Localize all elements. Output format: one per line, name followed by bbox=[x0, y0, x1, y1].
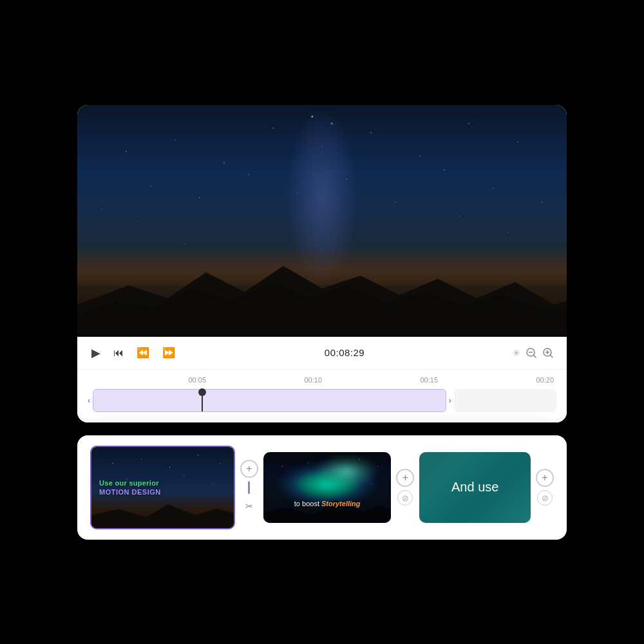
zoom-out-button[interactable] bbox=[526, 347, 537, 359]
aurora-secondary bbox=[314, 455, 379, 488]
clip-1-text-container: Use our superior MOTION DESIGN bbox=[91, 447, 234, 528]
zoom-in-button[interactable] bbox=[542, 347, 554, 359]
timeline-ruler: 00:05 00:10 00:15 00:20 bbox=[88, 376, 556, 384]
time-display: 00:08:29 bbox=[187, 347, 502, 358]
pin-icon: ✳ bbox=[513, 348, 520, 358]
mountains bbox=[77, 253, 567, 337]
clip-2-bg: to boost Storytelling bbox=[263, 452, 391, 523]
svg-line-4 bbox=[534, 355, 536, 357]
block-icon-3[interactable]: ⊘ bbox=[537, 490, 553, 506]
video-preview bbox=[77, 105, 567, 337]
clip-3[interactable]: And use bbox=[419, 452, 531, 523]
add-after-3: + ⊘ bbox=[536, 469, 554, 506]
timeline-track[interactable]: ‹ › bbox=[88, 388, 556, 413]
add-clip-button-3[interactable]: + bbox=[536, 469, 554, 487]
block-icon-2[interactable]: ⊘ bbox=[397, 490, 413, 506]
clip-1-text-1: Use our superior bbox=[99, 478, 159, 488]
video-card: ▶ ⏮ ⏪ ⏩ 00:08:29 ✳ bbox=[77, 105, 567, 422]
play-button[interactable]: ▶ bbox=[90, 345, 102, 361]
fast-forward-button[interactable]: ⏩ bbox=[161, 345, 176, 360]
svg-line-8 bbox=[551, 355, 553, 357]
add-between-1-2: + ✂ bbox=[240, 460, 258, 515]
clip-2-text-to-boost: to boost bbox=[294, 500, 321, 507]
app-container: ▶ ⏮ ⏪ ⏩ 00:08:29 ✳ bbox=[71, 105, 573, 540]
clip-1-text-2: MOTION DESIGN bbox=[99, 488, 161, 496]
clip-1[interactable]: Use our superior MOTION DESIGN bbox=[90, 446, 235, 529]
clip-2-text-storytelling: Storytelling bbox=[321, 500, 361, 507]
clip-3-bg: And use bbox=[419, 452, 531, 523]
ruler-mark-2: 00:10 bbox=[304, 376, 322, 384]
clip-2[interactable]: to boost Storytelling bbox=[263, 452, 391, 523]
sep-bar-1 bbox=[248, 481, 250, 494]
ruler-mark-4: 00:20 bbox=[536, 376, 554, 384]
zoom-controls: ✳ bbox=[513, 347, 554, 359]
track-clip[interactable] bbox=[93, 389, 446, 412]
clip-1-bg: Use our superior MOTION DESIGN bbox=[91, 447, 234, 528]
clip-3-text: And use bbox=[451, 480, 498, 495]
ruler-marks: 00:05 00:10 00:15 00:20 bbox=[90, 376, 554, 384]
controls-bar: ▶ ⏮ ⏪ ⏩ 00:08:29 ✳ bbox=[77, 337, 567, 370]
clip-2-text-container: to boost Storytelling bbox=[263, 497, 391, 509]
add-clip-button-2[interactable]: + bbox=[396, 469, 414, 487]
ruler-mark-3: 00:15 bbox=[420, 376, 438, 384]
track-empty bbox=[454, 389, 556, 412]
ruler-mark-1: 00:05 bbox=[188, 376, 206, 384]
track-chevron-left: ‹ bbox=[88, 395, 90, 405]
add-clip-button-1[interactable]: + bbox=[240, 460, 258, 478]
add-between-2-3: + ⊘ bbox=[396, 469, 414, 506]
playhead bbox=[202, 390, 203, 412]
timeline-container: 00:05 00:10 00:15 00:20 ‹ › bbox=[77, 370, 567, 422]
rewind-button[interactable]: ⏪ bbox=[135, 345, 151, 360]
skip-start-button[interactable]: ⏮ bbox=[112, 346, 125, 360]
track-chevron-right: › bbox=[449, 395, 451, 405]
filmstrip-card: Use our superior MOTION DESIGN + ✂ bbox=[77, 435, 567, 540]
scissors-icon-1[interactable]: ✂ bbox=[240, 497, 258, 515]
